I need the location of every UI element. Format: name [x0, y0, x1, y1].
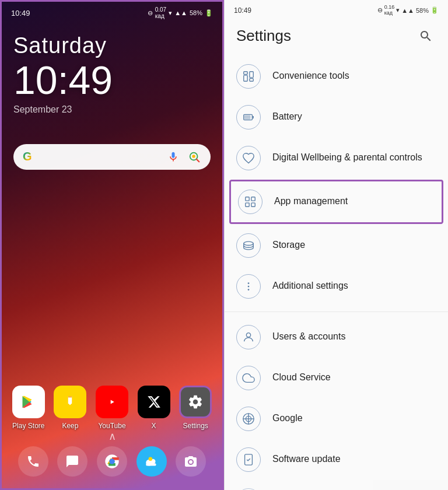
settings-item-additional[interactable]: Additional settings [225, 266, 448, 307]
mic-icon[interactable] [166, 150, 180, 164]
convenience-tools-icon [236, 64, 261, 89]
data-icon-right: 0.16кад [384, 5, 395, 16]
storage-icon [236, 233, 261, 258]
dock-phone[interactable] [18, 446, 48, 477]
bottom-dock [2, 442, 222, 481]
settings-item-google[interactable]: Google [225, 398, 448, 439]
cloud-label: Cloud Service [272, 372, 331, 384]
keep-label: Keep [62, 422, 78, 430]
phone-screen: 10:49 ⊖ 0.07кад ▾ ▲▲ 58% 🔋 Saturday 10:4… [0, 0, 224, 490]
app-drawer-chevron[interactable]: ∧ [108, 430, 116, 443]
battery-label: Battery [272, 111, 302, 123]
dock-camera[interactable] [176, 446, 206, 477]
svg-rect-9 [146, 463, 156, 466]
settings-item-storage[interactable]: Storage [225, 225, 448, 266]
dnd-icon: ⊖ [148, 9, 153, 17]
svg-point-26 [246, 332, 250, 337]
svg-rect-21 [251, 203, 255, 206]
settings-item-software-update[interactable]: Software update [225, 439, 448, 480]
data-icon: 0.07кад [155, 6, 166, 19]
app-keep[interactable]: Keep [54, 386, 86, 430]
wifi-icon-right: ▾ [396, 6, 400, 14]
svg-point-25 [248, 289, 250, 290]
settings-item-digital-wellbeing[interactable]: Digital Wellbeing & parental controls [225, 138, 448, 178]
date-time-display: Saturday 10:49 September 23 [2, 22, 222, 121]
additional-settings-label: Additional settings [272, 280, 348, 292]
settings-item-cloud[interactable]: Cloud Service [225, 358, 448, 398]
time-large: 10:49 [13, 58, 211, 102]
battery-left: 58% [190, 9, 202, 16]
lens-icon[interactable] [187, 150, 201, 164]
app-play-store[interactable]: Play Store [12, 386, 45, 430]
svg-rect-15 [250, 78, 253, 81]
status-bar-left: 10:49 ⊖ 0.07кад ▾ ▲▲ 58% 🔋 [2, 2, 222, 22]
battery-icon-left: 🔋 [205, 9, 213, 17]
signal-icon-right: ▲▲ [401, 7, 414, 14]
status-icons-right: ⊖ 0.16кад ▾ ▲▲ 58% 🔋 [377, 5, 439, 16]
date-sub: September 23 [13, 104, 211, 115]
dock-messages[interactable] [57, 446, 88, 477]
divider-1 [225, 312, 448, 312]
settings-item-convenience-tools[interactable]: Convenience tools [225, 56, 448, 97]
svg-point-24 [248, 285, 250, 287]
svg-rect-19 [251, 197, 255, 201]
digital-wellbeing-label: Digital Wellbeing & parental controls [272, 152, 422, 164]
battery-settings-icon [236, 105, 261, 130]
svg-rect-12 [244, 72, 247, 75]
settings-item-app-management[interactable]: App management [229, 180, 443, 224]
status-icons-left: ⊖ 0.07кад ▾ ▲▲ 58% 🔋 [148, 6, 213, 19]
time-right: 10:49 [234, 6, 251, 15]
svg-rect-14 [250, 72, 253, 78]
time-left: 10:49 [11, 9, 30, 18]
app-youtube[interactable]: YouTube [96, 386, 128, 430]
users-icon [236, 325, 261, 349]
settings-item-battery[interactable]: Battery [225, 97, 448, 138]
svg-point-6 [109, 459, 114, 464]
x-icon [138, 386, 170, 418]
app-management-label: App management [274, 195, 348, 208]
svg-point-1 [192, 155, 195, 158]
settings-item-users[interactable]: Users & accounts [225, 317, 448, 358]
status-bar-right: 10:49 ⊖ 0.16кад ▾ ▲▲ 58% 🔋 [225, 0, 448, 19]
youtube-icon [96, 386, 128, 418]
settings-panel: 10:49 ⊖ 0.16кад ▾ ▲▲ 58% 🔋 Settings [224, 0, 448, 490]
svg-point-22 [244, 242, 254, 245]
google-logo: G [23, 150, 32, 163]
svg-rect-13 [244, 75, 247, 81]
dock-weather[interactable] [136, 446, 167, 477]
svg-rect-20 [246, 203, 249, 206]
app-dock: Play Store Keep YouTube [2, 386, 222, 430]
cloud-icon [236, 366, 261, 390]
settings-search-button[interactable] [415, 26, 436, 47]
wifi-icon: ▾ [169, 9, 172, 17]
settings-item-about-phone[interactable]: About Phone [225, 480, 448, 490]
x-label: X [152, 422, 156, 430]
app-settings[interactable]: Settings [179, 386, 212, 430]
svg-rect-18 [246, 197, 249, 201]
digital-wellbeing-icon [236, 146, 261, 170]
svg-rect-17 [245, 116, 250, 119]
play-store-icon [12, 386, 45, 418]
svg-point-11 [189, 460, 192, 464]
users-label: Users & accounts [272, 331, 345, 343]
dnd-icon-right: ⊖ [377, 6, 383, 14]
dock-chrome[interactable] [97, 446, 127, 477]
app-management-icon [238, 190, 262, 214]
storage-label: Storage [272, 239, 305, 251]
play-store-label: Play Store [12, 422, 44, 430]
software-update-icon [236, 447, 261, 472]
settings-list: Convenience tools Battery Digital Wellbe… [225, 56, 448, 490]
youtube-label: YouTube [98, 422, 125, 430]
keep-icon [54, 386, 86, 418]
battery-right: 58% [416, 7, 429, 14]
signal-icon: ▲▲ [174, 9, 187, 16]
app-x[interactable]: X [138, 386, 170, 430]
svg-point-23 [248, 282, 250, 284]
google-search-bar[interactable]: G [13, 144, 211, 170]
google-icon [236, 407, 261, 431]
search-action-icons [166, 150, 201, 164]
additional-settings-icon [236, 274, 261, 299]
convenience-tools-label: Convenience tools [272, 70, 349, 82]
software-update-label: Software update [272, 453, 341, 466]
settings-header: Settings [225, 19, 448, 56]
